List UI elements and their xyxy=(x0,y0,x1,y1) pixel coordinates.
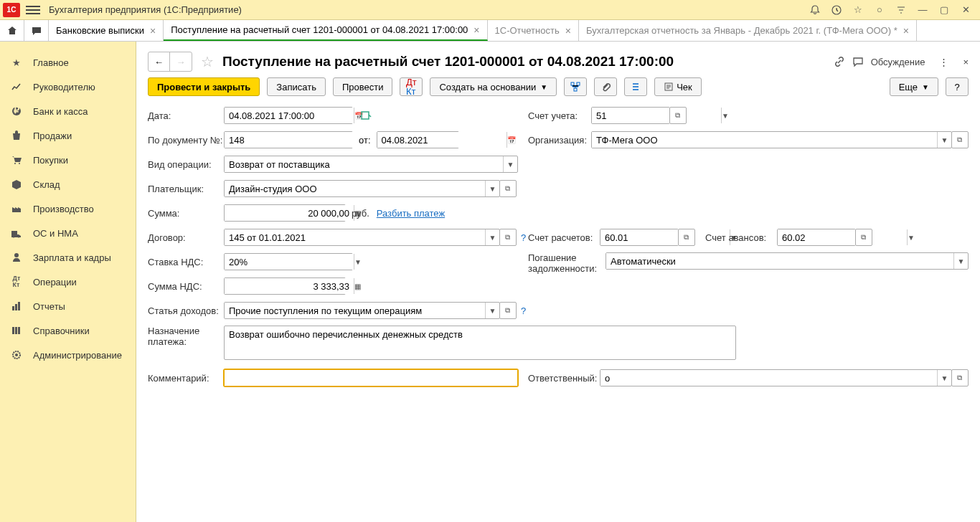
amount-input[interactable]: ▦ xyxy=(224,204,346,222)
close-icon[interactable]: × xyxy=(473,24,479,36)
circle-icon[interactable]: ○ xyxy=(874,4,885,16)
kebab-icon[interactable]: ⋮ xyxy=(939,57,948,67)
close-icon[interactable]: × xyxy=(565,25,571,37)
structure-button[interactable] xyxy=(564,77,587,96)
history-icon[interactable] xyxy=(831,4,842,16)
create-based-button[interactable]: Создать на основании▼ xyxy=(430,77,557,96)
chevron-down-icon[interactable]: ▼ xyxy=(721,108,729,123)
chevron-down-icon[interactable]: ▼ xyxy=(937,370,951,386)
open-button[interactable]: ⧉ xyxy=(499,180,517,197)
sidebar-item-refs[interactable]: Справочники xyxy=(0,318,136,343)
help-icon[interactable]: ? xyxy=(521,232,526,243)
chevron-down-icon[interactable]: ▼ xyxy=(503,156,517,172)
sidebar-item-os[interactable]: ОС и НМА xyxy=(0,221,136,245)
external-icon[interactable]: ⧉ xyxy=(500,303,514,318)
open-button[interactable]: ⧉ xyxy=(951,131,969,148)
tab-accounting-report[interactable]: Бухгалтерская отчетность за Январь - Дек… xyxy=(579,20,917,41)
calc-icon[interactable]: ▦ xyxy=(354,278,361,294)
sidebar-item-purchases[interactable]: Покупки xyxy=(0,148,136,172)
nav-back-forward[interactable]: ← → xyxy=(148,52,192,72)
chevron-down-icon[interactable]: ▼ xyxy=(937,132,951,148)
list-button[interactable] xyxy=(624,77,647,96)
check-button[interactable]: Чек xyxy=(654,77,702,96)
sidebar-item-operations[interactable]: ДтКтОперации xyxy=(0,270,136,294)
date-input[interactable]: 📅 xyxy=(224,107,353,124)
org-select[interactable]: ▼ xyxy=(591,131,952,148)
forward-icon[interactable]: → xyxy=(170,52,192,71)
close-window-icon[interactable]: ✕ xyxy=(960,4,971,16)
split-payment-link[interactable]: Разбить платеж xyxy=(377,208,445,219)
close-icon[interactable]: × xyxy=(903,25,909,37)
external-icon[interactable]: ⧉ xyxy=(679,229,693,245)
maximize-icon[interactable]: ▢ xyxy=(938,4,950,16)
chat-icon[interactable] xyxy=(24,20,49,41)
sidebar-item-bank[interactable]: ₽Банк и касса xyxy=(0,99,136,123)
star-icon[interactable]: ☆ xyxy=(852,4,864,16)
purpose-textarea[interactable]: Возврат ошибочно перечисленных денежных … xyxy=(224,326,736,360)
chevron-down-icon[interactable]: ▼ xyxy=(354,254,362,270)
sidebar-item-manager[interactable]: Руководителю xyxy=(0,75,136,99)
responsible-select[interactable]: ▼ xyxy=(600,369,952,386)
vat-amount-input[interactable]: ▦ xyxy=(224,277,346,295)
open-button[interactable]: ⧉ xyxy=(678,229,695,246)
sidebar-item-salary[interactable]: Зарплата и кадры xyxy=(0,245,136,270)
sidebar-item-main[interactable]: ★Главное xyxy=(0,50,136,75)
open-button[interactable]: ⧉ xyxy=(951,369,969,386)
external-icon[interactable]: ⧉ xyxy=(500,181,514,196)
close-page-icon[interactable]: × xyxy=(963,57,969,67)
debt-select[interactable]: ▼ xyxy=(606,252,969,270)
link-icon[interactable] xyxy=(834,56,845,67)
help-icon[interactable]: ? xyxy=(521,305,526,316)
external-icon[interactable]: ⧉ xyxy=(952,132,966,148)
open-button[interactable]: ⧉ xyxy=(499,302,517,319)
discuss-label[interactable]: Обсуждение xyxy=(871,57,925,67)
external-icon[interactable]: ⧉ xyxy=(952,370,966,386)
sidebar-item-warehouse[interactable]: Склад xyxy=(0,172,136,196)
account-select[interactable]: ▼ xyxy=(591,107,670,124)
post-close-button[interactable]: Провести и закрыть xyxy=(148,77,260,96)
discuss-icon[interactable] xyxy=(852,56,864,67)
chevron-down-icon[interactable]: ▼ xyxy=(485,181,499,196)
tab-bank-statements[interactable]: Банковские выписки× xyxy=(49,20,164,41)
op-type-select[interactable]: ▼ xyxy=(224,156,518,173)
vat-rate-select[interactable]: ▼ xyxy=(224,253,353,270)
payer-select[interactable]: ▼ xyxy=(224,180,500,197)
home-icon[interactable] xyxy=(0,20,24,41)
contract-select[interactable]: ▼ xyxy=(224,229,500,246)
open-button[interactable]: ⧉ xyxy=(499,229,517,246)
income-item-select[interactable]: ▼ xyxy=(224,302,500,319)
back-icon[interactable]: ← xyxy=(149,52,170,71)
attach-button[interactable] xyxy=(594,77,617,96)
write-button[interactable]: Записать xyxy=(267,77,326,96)
sidebar-item-sales[interactable]: Продажи xyxy=(0,123,136,148)
doc-date-input[interactable]: 📅 xyxy=(377,131,459,148)
open-button[interactable]: ⧉ xyxy=(855,229,872,246)
external-icon[interactable]: ⧉ xyxy=(856,229,870,245)
menu-icon[interactable] xyxy=(26,6,40,14)
comment-input[interactable] xyxy=(224,369,518,386)
tab-receipt[interactable]: Поступление на расчетный счет 1201-00000… xyxy=(164,20,487,41)
help-button[interactable]: ? xyxy=(946,77,969,96)
favorite-icon[interactable]: ☆ xyxy=(201,53,214,70)
post-button[interactable]: Провести xyxy=(333,77,393,96)
tab-1c-reporting[interactable]: 1С-Отчетность× xyxy=(488,20,579,41)
settle-acc-select[interactable]: ▼ xyxy=(600,229,679,246)
close-icon[interactable]: × xyxy=(150,25,156,37)
open-button[interactable]: ⧉ xyxy=(669,107,687,124)
sidebar-item-admin[interactable]: Администрирование xyxy=(0,343,136,367)
advance-acc-select[interactable]: ▼ xyxy=(777,229,856,246)
chevron-down-icon[interactable]: ▼ xyxy=(485,303,499,318)
filter-icon[interactable] xyxy=(895,4,907,16)
sidebar-item-reports[interactable]: Отчеты xyxy=(0,294,136,318)
dtkt-button[interactable]: ДтКт xyxy=(400,77,423,96)
bell-icon[interactable] xyxy=(809,4,821,16)
external-icon[interactable]: ⧉ xyxy=(500,229,514,245)
doc-no-input[interactable] xyxy=(224,131,353,148)
more-button[interactable]: Еще▼ xyxy=(890,77,938,96)
chevron-down-icon[interactable]: ▼ xyxy=(485,229,499,245)
chevron-down-icon[interactable]: ▼ xyxy=(953,253,968,269)
external-icon[interactable]: ⧉ xyxy=(670,108,684,123)
sidebar-item-production[interactable]: Производство xyxy=(0,196,136,221)
calendar-icon[interactable]: 📅 xyxy=(507,132,516,148)
chevron-down-icon[interactable]: ▼ xyxy=(907,229,915,245)
